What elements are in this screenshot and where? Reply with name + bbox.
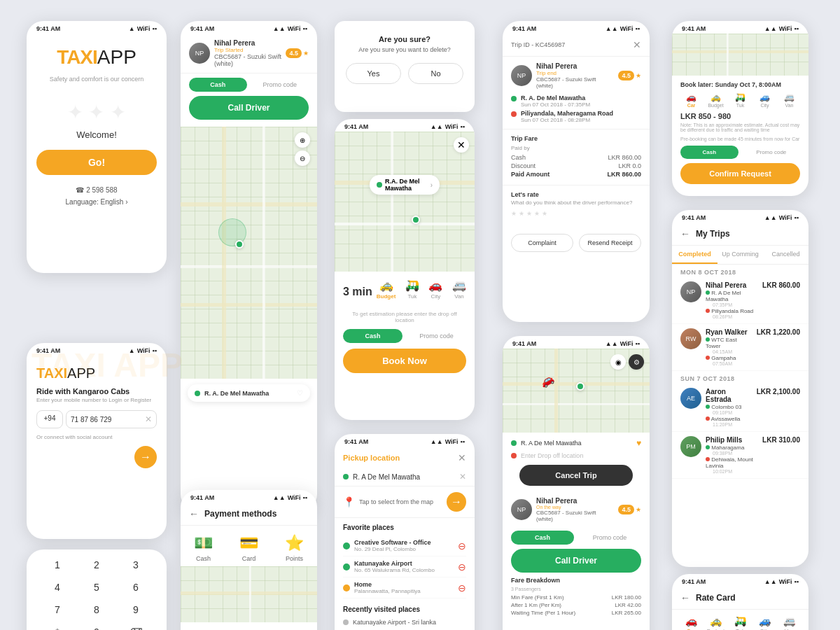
car-type-tuk-11[interactable]: 🛺 Tuk bbox=[729, 92, 751, 108]
rc-budget[interactable]: 🚕 Budget bbox=[705, 615, 727, 630]
key-2[interactable]: 2 bbox=[80, 556, 113, 573]
heart-icon-10[interactable]: ♥ bbox=[636, 438, 641, 448]
recent-airport[interactable]: Katunayake Airport - Sri lanka bbox=[335, 616, 475, 629]
cancel-trip-button[interactable]: Cancel Trip bbox=[519, 465, 633, 486]
no-button[interactable]: No bbox=[408, 63, 463, 84]
key-3[interactable]: 3 bbox=[119, 556, 153, 573]
complaint-button[interactable]: Complaint bbox=[511, 234, 573, 252]
rc-tuk[interactable]: 🛺 Tuk bbox=[729, 615, 751, 630]
promo-tab-7[interactable]: Promo code bbox=[407, 329, 466, 343]
key-star[interactable]: * bbox=[41, 624, 74, 630]
call-driver-10[interactable]: Call Driver bbox=[511, 549, 641, 573]
stars-row[interactable]: ★ ★ ★ ★ ★ bbox=[511, 210, 641, 217]
car-type-city-11[interactable]: 🚙 City bbox=[754, 92, 776, 108]
cash-tab-7[interactable]: Cash bbox=[343, 329, 402, 343]
favorite-heart-icon[interactable]: ♡ bbox=[297, 389, 303, 397]
clear-phone-icon[interactable]: ✕ bbox=[145, 414, 152, 424]
remove-fav-office-icon[interactable]: ⊖ bbox=[458, 540, 466, 552]
promo-tab-11[interactable]: Promo code bbox=[743, 146, 801, 159]
star-4[interactable]: ★ bbox=[534, 210, 540, 217]
car-type-car[interactable]: 🚗 Car bbox=[680, 92, 702, 108]
promo-tab[interactable]: Promo code bbox=[251, 78, 309, 92]
zoom-in-icon[interactable]: ⊕ bbox=[295, 132, 310, 148]
close-trip-icon[interactable]: ✕ bbox=[633, 39, 641, 50]
car-type-van-11[interactable]: 🚐 Van bbox=[778, 92, 800, 108]
map-go-button[interactable]: → bbox=[447, 492, 466, 512]
back-arrow-13[interactable]: ← bbox=[189, 508, 199, 519]
fav-item-office[interactable]: Creative Software - Office No. 29 Deal P… bbox=[343, 536, 466, 556]
back-arrow-14[interactable]: ← bbox=[680, 592, 690, 603]
pm-tab-cash[interactable]: 💵 Cash bbox=[194, 534, 213, 562]
promo-tab-10[interactable]: Promo code bbox=[578, 531, 641, 545]
pm-tab-points[interactable]: ⭐ Points bbox=[285, 534, 304, 562]
star-2[interactable]: ★ bbox=[519, 210, 524, 217]
clear-location-icon[interactable]: ✕ bbox=[459, 472, 466, 482]
tab-upcoming[interactable]: Up Comming bbox=[718, 246, 763, 264]
to-input-10[interactable]: Enter Drop off location bbox=[521, 452, 641, 459]
trip-time-to-2: 07:50AM bbox=[713, 361, 752, 366]
car-budget[interactable]: 🚕 Budget bbox=[377, 279, 396, 300]
close-map-icon[interactable]: ✕ bbox=[454, 137, 469, 153]
tab-completed[interactable]: Completed bbox=[672, 246, 718, 264]
from-input-10[interactable]: R. A De Mel Mawatha bbox=[521, 440, 632, 447]
rc-city[interactable]: 🚙 City bbox=[754, 615, 776, 630]
fav-item-home[interactable]: Home Palannawatta, Pannapitiya ⊖ bbox=[343, 578, 466, 598]
key-backspace[interactable]: ⌫ bbox=[119, 624, 153, 630]
fare-cash-row: Cash LKR 860.00 bbox=[511, 154, 641, 161]
signal-icon: ▲ bbox=[129, 25, 135, 32]
rc-city-icon: 🚙 bbox=[754, 615, 776, 626]
resend-receipt-button[interactable]: Resend Receipt bbox=[579, 234, 641, 252]
next-button[interactable]: → bbox=[134, 446, 157, 468]
back-arrow-12[interactable]: ← bbox=[680, 228, 690, 239]
location-bar[interactable]: R. A. De Mel Mawatha ♡ bbox=[188, 384, 310, 402]
remove-fav-airport-icon[interactable]: ⊖ bbox=[458, 561, 466, 573]
key-0[interactable]: 0 bbox=[80, 624, 113, 630]
confirm-request-button[interactable]: Confirm Request bbox=[680, 163, 800, 184]
star-3[interactable]: ★ bbox=[526, 210, 532, 217]
phone-field[interactable]: 71 87 86 729 ✕ bbox=[66, 410, 157, 428]
zoom-out-icon[interactable]: ⊖ bbox=[295, 150, 310, 166]
key-5[interactable]: 5 bbox=[80, 579, 113, 596]
key-7[interactable]: 7 bbox=[41, 601, 74, 618]
pm-tab-card[interactable]: 💳 Card bbox=[239, 534, 258, 562]
fav-item-airport[interactable]: Katunayake Airport No. 65 Walukrama Rd, … bbox=[343, 556, 466, 578]
cash-tab[interactable]: Cash bbox=[189, 78, 247, 92]
trip-info-aaron: Aaron Estrada Colombo 03 09:10PM Avissaw… bbox=[706, 388, 752, 427]
star-1[interactable]: ★ bbox=[511, 210, 517, 217]
rc-car[interactable]: 🚗 Car bbox=[680, 615, 702, 630]
yes-button[interactable]: Yes bbox=[346, 63, 401, 84]
book-now-button[interactable]: Book Now bbox=[343, 349, 466, 373]
trip-item-aaron[interactable]: AE Aaron Estrada Colombo 03 09:10PM Avis… bbox=[672, 384, 808, 432]
star-5[interactable]: ★ bbox=[542, 210, 547, 217]
cash-tab-11[interactable]: Cash bbox=[680, 146, 738, 159]
rc-van[interactable]: 🚐 Van bbox=[778, 615, 800, 630]
wifi-8: WiFi bbox=[445, 438, 458, 445]
trip-item-ryan[interactable]: RW Ryan Walker WTC East Tower 04:15AM Ga… bbox=[672, 324, 808, 371]
key-4[interactable]: 4 bbox=[41, 579, 74, 596]
cash-tab-10[interactable]: Cash bbox=[511, 531, 574, 545]
key-8[interactable]: 8 bbox=[80, 601, 113, 618]
gps-icon[interactable]: ◉ bbox=[610, 354, 626, 370]
key-9[interactable]: 9 bbox=[119, 601, 153, 618]
trip-item-nihal[interactable]: NP Nihal Perera R. A De Mel Mawatha 07:3… bbox=[672, 277, 808, 324]
language-setting[interactable]: Language: English › bbox=[66, 198, 128, 206]
location-input-row[interactable]: R. A De Mel Mawatha ✕ bbox=[335, 468, 475, 486]
car-city[interactable]: 🚗 City bbox=[428, 279, 442, 300]
car-van[interactable]: 🚐 Van bbox=[452, 279, 466, 300]
map-select-row[interactable]: 📍 Tap to select from the map → bbox=[335, 486, 475, 518]
go-button[interactable]: Go! bbox=[36, 150, 157, 175]
remove-fav-home-icon[interactable]: ⊖ bbox=[458, 582, 466, 594]
close-pickup-icon[interactable]: ✕ bbox=[458, 452, 466, 463]
car-type-budget-11[interactable]: 🚕 Budget bbox=[705, 92, 727, 108]
call-driver-button[interactable]: Call Driver bbox=[189, 96, 309, 120]
country-code[interactable]: +94 bbox=[36, 410, 63, 428]
trip-info-nihal: Nihal Perera R. A De Mel Mawatha 07:35PM… bbox=[706, 281, 758, 319]
key-6[interactable]: 6 bbox=[119, 579, 153, 596]
logo-app-2: APP bbox=[67, 365, 95, 382]
map-pin-icon: 📍 bbox=[343, 496, 355, 507]
car-tuk[interactable]: 🛺 Tuk bbox=[405, 279, 419, 300]
settings-icon[interactable]: ⚙ bbox=[629, 354, 644, 370]
tab-cancelled[interactable]: Cancelled bbox=[763, 246, 808, 264]
key-1[interactable]: 1 bbox=[41, 556, 74, 573]
trip-item-philip[interactable]: PM Philip Mills Maharagama 09:38PM Dehiw… bbox=[672, 432, 808, 479]
